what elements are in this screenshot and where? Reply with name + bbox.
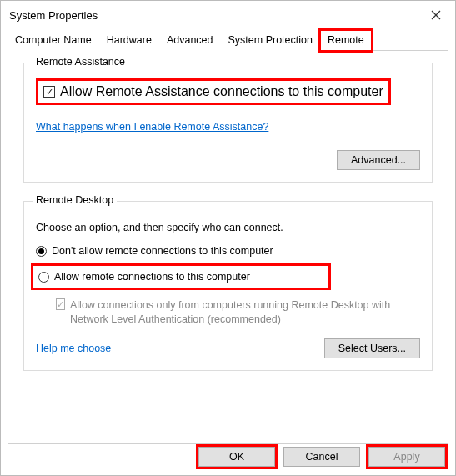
rd-instruction: Choose an option, and then specify who c… xyxy=(36,222,420,233)
radio-allow[interactable] xyxy=(38,272,49,283)
cancel-button[interactable]: Cancel xyxy=(283,447,360,467)
remote-desktop-group: Remote Desktop Choose an option, and the… xyxy=(23,201,433,371)
rd-option-allow-highlight: Allow remote connections to this compute… xyxy=(31,263,331,290)
nla-label: Allow connections only from computers ru… xyxy=(70,298,420,327)
tabs: Computer Name Hardware Advanced System P… xyxy=(8,29,448,51)
allow-ra-row: Allow Remote Assistance connections to t… xyxy=(36,78,391,105)
nla-row: Allow connections only from computers ru… xyxy=(56,298,420,327)
rd-option-2-label: Allow remote connections to this compute… xyxy=(54,271,250,283)
allow-ra-label: Allow Remote Assistance connections to t… xyxy=(60,84,383,99)
remote-tab-pane: Remote Assistance Allow Remote Assistanc… xyxy=(8,51,448,444)
window-title: System Properties xyxy=(9,9,98,22)
apply-button[interactable]: Apply xyxy=(368,447,445,467)
tab-remote[interactable]: Remote xyxy=(320,30,372,51)
system-properties-window: System Properties Computer Name Hardware… xyxy=(0,0,456,476)
remote-desktop-legend: Remote Desktop xyxy=(33,194,117,206)
rd-option-allow[interactable]: Allow remote connections to this compute… xyxy=(38,271,323,283)
ok-button[interactable]: OK xyxy=(198,447,275,467)
radio-dont-allow[interactable] xyxy=(36,246,47,257)
select-users-button[interactable]: Select Users... xyxy=(324,338,420,358)
rd-option-1-label: Don't allow remote connections to this c… xyxy=(52,245,273,257)
close-button[interactable] xyxy=(417,3,455,28)
tab-computer-name[interactable]: Computer Name xyxy=(8,30,99,51)
dialog-buttons: OK Cancel Apply xyxy=(198,447,445,467)
allow-ra-checkbox[interactable] xyxy=(43,86,55,98)
close-icon xyxy=(431,10,441,20)
tab-system-protection[interactable]: System Protection xyxy=(221,30,320,51)
rd-help-link[interactable]: Help me choose xyxy=(36,343,111,354)
tab-hardware[interactable]: Hardware xyxy=(99,30,159,51)
remote-assistance-legend: Remote Assistance xyxy=(33,56,128,68)
titlebar: System Properties xyxy=(1,1,455,29)
ra-advanced-button[interactable]: Advanced... xyxy=(337,150,420,170)
remote-assistance-group: Remote Assistance Allow Remote Assistanc… xyxy=(23,63,433,183)
ra-help-link[interactable]: What happens when I enable Remote Assist… xyxy=(36,121,268,133)
tabs-container: Computer Name Hardware Advanced System P… xyxy=(1,29,455,444)
nla-checkbox xyxy=(56,298,65,310)
rd-option-dont-allow[interactable]: Don't allow remote connections to this c… xyxy=(36,245,420,257)
tab-advanced[interactable]: Advanced xyxy=(159,30,221,51)
